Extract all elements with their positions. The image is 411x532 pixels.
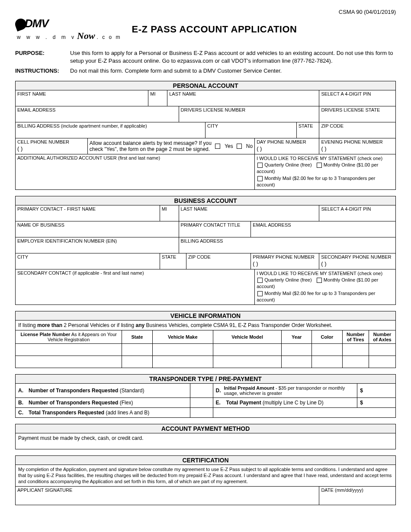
biz-stmt-monthly-mail-checkbox[interactable] — [257, 291, 263, 296]
mi-label: MI — [150, 91, 165, 96]
purpose-row: PURPOSE: Use this form to apply for a Pe… — [15, 49, 396, 64]
billing-label: BILLING ADDRESS (include apartment numbe… — [17, 123, 203, 128]
eve-paren[interactable]: ( ) — [321, 144, 394, 152]
date-label: DATE (mm/dd/yyyy) — [321, 487, 394, 493]
form-id: CSMA 90 (04/01/2019) — [15, 9, 396, 15]
alerts-yes-checkbox[interactable] — [215, 144, 220, 149]
dl-num-label: DRIVERS LICENSE NUMBER — [181, 107, 318, 112]
personal-account-section: PERSONAL ACCOUNT FIRST NAME MI LAST NAME… — [15, 81, 396, 190]
purpose-text: Use this form to apply for a Personal or… — [70, 49, 396, 64]
col-axles: Number of Axles — [369, 330, 396, 344]
biz-sphone-paren[interactable]: ( ) — [321, 260, 394, 267]
biz-city-label: CITY — [17, 254, 158, 260]
biz-pc-title-label: PRIMARY CONTACT TITLE — [181, 222, 249, 228]
stmt-head: I WOULD LIKE TO RECEIVE MY STATEMENT (ch… — [257, 155, 394, 162]
tp-c-input[interactable] — [190, 408, 213, 417]
page-title: E-Z PASS ACCOUNT APPLICATION — [132, 24, 297, 35]
biz-sec-contact-label: SECONDARY CONTACT (if applicable - first… — [17, 270, 253, 276]
biz-email-label: EMAIL ADDRESS — [253, 222, 394, 228]
signature-label: APPLICANT SIGNATURE — [17, 487, 317, 493]
instructions-label: INSTRUCTIONS: — [15, 67, 65, 75]
certification-section: CERTIFICATION My completion of the Appli… — [15, 455, 396, 505]
stmt-quarterly-label: Quarterly Online (free) — [264, 162, 311, 167]
col-tires: Number of Tires — [342, 330, 369, 344]
tp-c-letter: C. — [18, 410, 26, 416]
zip-label: ZIP CODE — [321, 123, 394, 128]
tp-b-input[interactable] — [190, 398, 213, 407]
logo-url: w w w . d m v — [15, 34, 76, 40]
tp-e-input[interactable]: $ — [357, 398, 395, 407]
day-phone-label: DAY PHONE NUMBER — [257, 139, 317, 144]
biz-state-label: STATE — [162, 254, 184, 260]
instructions-row: INSTRUCTIONS: Do not mail this form. Com… — [15, 67, 396, 75]
pin-label: SELECT A 4-DIGIT PIN — [321, 91, 394, 96]
dmv-logo: DMV w w w . d m vNow. c o m — [15, 17, 122, 42]
stmt-quarterly-checkbox[interactable] — [257, 163, 263, 168]
alerts-question: Allow account balance alerts by text mes… — [90, 140, 212, 152]
cert-heading: CERTIFICATION — [16, 456, 395, 465]
col-plate: License Plate Number — [20, 332, 70, 337]
instructions-text: Do not mail this form. Complete form and… — [70, 67, 282, 75]
tp-d-input[interactable]: $ — [357, 384, 395, 397]
payment-method-section: ACCOUNT PAYMENT METHOD Payment must be m… — [15, 424, 396, 449]
col-state: State — [122, 330, 152, 344]
first-name-label: FIRST NAME — [17, 91, 146, 96]
eve-phone-label: EVENING PHONE NUMBER — [321, 139, 394, 144]
state-label: STATE — [299, 123, 318, 128]
tp-a-input[interactable] — [190, 384, 213, 397]
tp-b-letter: B. — [18, 400, 26, 406]
biz-pphone-label: PRIMARY PHONE NUMBER — [253, 254, 317, 260]
business-account-section: BUSINESS ACCOUNT PRIMARY CONTACT - FIRST… — [15, 196, 396, 305]
logo-dotcom: . c o m — [95, 34, 122, 40]
col-color: Color — [312, 330, 342, 344]
transponder-section: TRANSPONDER TYPE / PRE-PAYMENT A.Number … — [15, 374, 396, 418]
vehicle-row-2[interactable] — [16, 356, 395, 368]
biz-name-label: NAME OF BUSINESS — [17, 222, 177, 228]
logo-now: Now — [76, 30, 95, 41]
business-heading: BUSINESS ACCOUNT — [16, 196, 395, 205]
tp-d-letter: D. — [216, 388, 222, 394]
cell-paren[interactable]: ( ) — [17, 144, 86, 152]
biz-stmt-monthly-online-checkbox[interactable] — [317, 278, 322, 283]
city-label: CITY — [207, 123, 295, 128]
vehicle-note: If listing more than 2 Personal Vehicles… — [16, 320, 395, 330]
biz-last-name-label: LAST NAME — [181, 206, 318, 212]
biz-stmt-quarterly-checkbox[interactable] — [257, 278, 263, 283]
vehicle-row-1[interactable] — [16, 343, 395, 356]
stmt-monthly-mail-checkbox[interactable] — [257, 176, 263, 181]
biz-zip-label: ZIP CODE — [188, 254, 249, 260]
stmt-monthly-mail-label: Monthly Mail ($2.00 fee for up to 3 Tran… — [257, 176, 375, 187]
purpose-label: PURPOSE: — [15, 49, 65, 64]
auth-user-label: ADDITIONAL AUTHORIZED ACCOUNT USER (firs… — [17, 155, 253, 160]
alerts-no-checkbox[interactable] — [237, 144, 242, 149]
col-model: Vehicle Model — [213, 330, 282, 344]
last-name-label: LAST NAME — [169, 91, 317, 96]
biz-ein-label: EMPLOYER IDENTIFICATION NUMBER (EIN) — [17, 238, 177, 244]
biz-stmt-quarterly-label: Quarterly Online (free) — [264, 277, 311, 282]
vehicle-heading: VEHICLE INFORMATION — [16, 311, 395, 320]
tp-e-letter: E. — [216, 400, 224, 406]
alerts-no-label: No — [246, 143, 253, 149]
biz-sphone-label: SECONDARY PHONE NUMBER — [321, 254, 394, 260]
cell-phone-label: CELL PHONE NUMBER — [17, 139, 86, 144]
biz-pphone-paren[interactable]: ( ) — [253, 260, 317, 267]
col-year: Year — [282, 330, 312, 344]
personal-heading: PERSONAL ACCOUNT — [16, 81, 395, 90]
stmt-monthly-online-checkbox[interactable] — [317, 163, 322, 168]
email-label: EMAIL ADDRESS — [17, 107, 177, 112]
alerts-yes-label: Yes — [225, 143, 233, 149]
vehicle-info-section: VEHICLE INFORMATION If listing more than… — [15, 311, 396, 369]
dl-state-label: DRIVERS LICENSE STATE — [321, 107, 394, 112]
biz-billing-label: BILLING ADDRESS — [181, 238, 394, 244]
biz-stmt-monthly-mail-label: Monthly Mail ($2.00 fee for up to 3 Tran… — [257, 291, 375, 302]
biz-stmt-head: I WOULD LIKE TO RECEIVE MY STATEMENT (ch… — [257, 270, 394, 277]
biz-mi-label: MI — [162, 206, 177, 212]
biz-pin-label: SELECT A 4-DIGIT PIN — [321, 206, 394, 212]
cert-text: My completion of the Application, paymen… — [16, 465, 395, 487]
transponder-heading: TRANSPONDER TYPE / PRE-PAYMENT — [16, 375, 395, 384]
payment-text: Payment must be made by check, cash, or … — [16, 433, 395, 449]
biz-pc-first-label: PRIMARY CONTACT - FIRST NAME — [17, 206, 158, 212]
col-make: Vehicle Make — [152, 330, 213, 344]
day-paren[interactable]: ( ) — [257, 144, 317, 152]
vehicle-table: License Plate Number As it Appears on Yo… — [16, 330, 395, 368]
